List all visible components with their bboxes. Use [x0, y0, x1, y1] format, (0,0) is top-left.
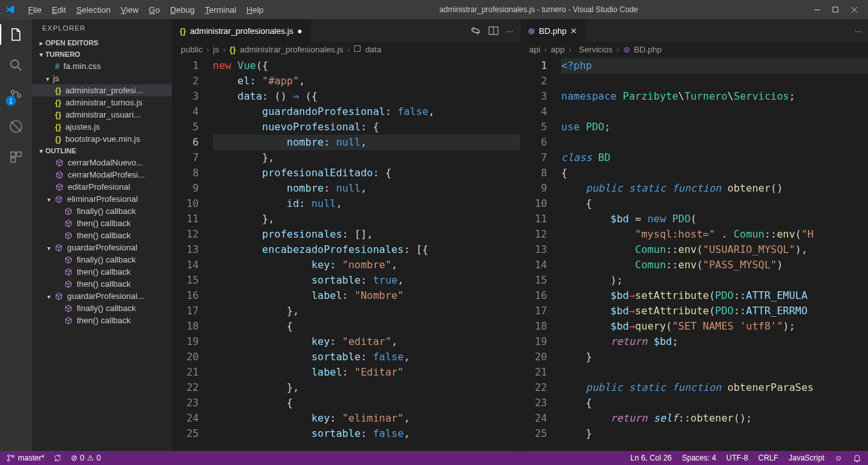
menu-go[interactable]: Go [144, 3, 165, 17]
eol[interactable]: CRLF [758, 454, 778, 462]
language-mode[interactable]: JavaScript [789, 454, 825, 462]
explorer-icon[interactable] [7, 26, 25, 43]
gutter-2: 1234567891011121314151617181920212223242… [520, 57, 556, 451]
scm-badge: 1 [6, 96, 16, 106]
open-editors-section[interactable]: OPEN EDITORS [32, 37, 171, 49]
outline-item[interactable]: finally() callback [32, 302, 171, 314]
code-1[interactable]: new Vue({ el: "#app", data: () ⇒ ({ guar… [208, 57, 520, 451]
extensions-icon[interactable] [7, 148, 25, 166]
feedback-icon[interactable]: ☺ [835, 454, 842, 462]
outline-item[interactable]: finally() callback [32, 205, 171, 217]
outline-item[interactable]: then() callback [32, 266, 171, 278]
code-2[interactable]: <?phpnamespace Parzibyte\Turnero\Servici… [556, 57, 868, 451]
outline-item[interactable]: editarProfesional [32, 181, 171, 193]
tree-item[interactable]: {}administrar_turnos.js [32, 96, 171, 109]
search-icon[interactable] [7, 56, 25, 74]
menu-view[interactable]: View [116, 3, 144, 17]
tab-label: administrar_profesionales.js [190, 26, 293, 36]
tree-item[interactable]: {}ajustes.js [32, 121, 171, 133]
svg-rect-8 [11, 158, 15, 162]
branch-indicator[interactable]: master* [6, 454, 44, 462]
tabs-1: {} administrar_profesionales.js ● ··· [172, 19, 520, 42]
editor-body-1[interactable]: 1234567891011121314151617181920212223242… [172, 57, 520, 451]
svg-rect-7 [17, 152, 21, 156]
menu-debug[interactable]: Debug [165, 3, 199, 17]
tab-close-icon[interactable]: ✕ [570, 26, 577, 36]
outline-item[interactable]: finally() callback [32, 254, 171, 266]
more-icon[interactable]: ··· [506, 26, 513, 36]
tab-dirty-icon[interactable]: ● [297, 26, 302, 36]
outline-item[interactable]: then() callback [32, 229, 171, 241]
gutter-1: 1234567891011121314151617181920212223242… [172, 57, 208, 451]
menu-terminal[interactable]: Terminal [199, 3, 241, 17]
outline-item[interactable]: guardarProfesional [32, 241, 171, 254]
editor-group-1: {} administrar_profesionales.js ● ··· pu… [171, 19, 520, 451]
svg-point-2 [12, 91, 15, 94]
outline-item[interactable]: then() callback [32, 217, 171, 229]
tree-item[interactable]: {}administrar_profesi... [32, 84, 171, 96]
maximize-icon[interactable] [832, 6, 839, 13]
more-icon[interactable]: ··· [855, 26, 862, 36]
breadcrumb-1[interactable]: public›js›{} administrar_profesionales.j… [172, 42, 520, 57]
tabs-2: ⊚ BD.php ✕ ··· [520, 19, 868, 42]
sidebar: EXPLORER OPEN EDITORS TURNERO #fa.min.cs… [32, 19, 171, 451]
compare-icon[interactable] [470, 26, 481, 36]
outline-item[interactable]: cerrarModalNuevo... [32, 156, 171, 169]
vscode-icon [5, 4, 23, 15]
tab-label: BD.php [539, 26, 566, 36]
svg-rect-6 [11, 152, 15, 156]
php-file-icon: ⊚ [528, 26, 535, 36]
svg-rect-10 [355, 46, 360, 52]
menu-selection[interactable]: Selection [71, 3, 115, 17]
outline-item[interactable]: guardarProfesional... [32, 290, 171, 302]
svg-point-1 [11, 60, 19, 68]
minimize-icon[interactable] [814, 6, 821, 13]
sidebar-header: EXPLORER [32, 19, 171, 37]
tree-item[interactable]: {}bootstrap-vue.min.js [32, 133, 171, 145]
debug-icon[interactable] [7, 118, 25, 135]
svg-point-12 [8, 459, 10, 462]
indentation[interactable]: Spaces: 4 [682, 454, 716, 462]
menu-bar: FileEditSelectionViewGoDebugTerminalHelp [23, 3, 268, 17]
workspace-section[interactable]: TURNERO [32, 49, 171, 60]
tab-2[interactable]: ⊚ BD.php ✕ [520, 19, 585, 42]
activity-bar: 1 [0, 19, 32, 451]
encoding[interactable]: UTF-8 [726, 454, 748, 462]
breadcrumb-2[interactable]: api›app›Servicios›⊚ BD.php [520, 42, 868, 57]
tree-item[interactable]: js [32, 72, 171, 84]
menu-help[interactable]: Help [242, 3, 269, 17]
outline-item[interactable]: eliminarProfesional [32, 193, 171, 205]
sync-indicator[interactable] [53, 454, 62, 462]
menu-edit[interactable]: Edit [47, 3, 71, 17]
menu-file[interactable]: File [23, 3, 47, 17]
svg-point-4 [18, 95, 21, 98]
source-control-icon[interactable]: 1 [7, 87, 25, 105]
tab-1[interactable]: {} administrar_profesionales.js ● [172, 19, 311, 42]
window-title: administrar_profesionales.js - turnero -… [268, 5, 809, 14]
notifications-icon[interactable] [853, 454, 862, 462]
tree-item[interactable]: {}administrar_usuari... [32, 109, 171, 121]
js-file-icon: {} [180, 26, 186, 36]
status-bar: master* ⊘0 ⚠0 Ln 6, Col 26 Spaces: 4 UTF… [0, 451, 868, 465]
svg-point-11 [8, 455, 10, 457]
outline-item[interactable]: then() callback [32, 278, 171, 290]
outline-item[interactable]: then() callback [32, 314, 171, 326]
outline-tree: cerrarModalNuevo...cerrarModalProfesi...… [32, 156, 171, 326]
cursor-position[interactable]: Ln 6, Col 26 [630, 454, 672, 462]
close-icon[interactable] [851, 6, 858, 13]
outline-item[interactable]: cerrarModalProfesi... [32, 169, 171, 181]
split-editor-icon[interactable] [488, 26, 499, 36]
editor-body-2[interactable]: 1234567891011121314151617181920212223242… [520, 57, 868, 451]
tree-item[interactable]: #fa.min.css [32, 60, 171, 72]
titlebar: FileEditSelectionViewGoDebugTerminalHelp… [0, 0, 868, 19]
file-tree: #fa.min.cssjs{}administrar_profesi...{}a… [32, 60, 171, 145]
window-controls [809, 6, 863, 13]
problems-indicator[interactable]: ⊘0 ⚠0 [71, 454, 100, 462]
outline-section[interactable]: OUTLINE [32, 145, 171, 156]
svg-rect-0 [833, 7, 838, 12]
editor-group-2: ⊚ BD.php ✕ ··· api›app›Servicios›⊚ BD.ph… [520, 19, 868, 451]
